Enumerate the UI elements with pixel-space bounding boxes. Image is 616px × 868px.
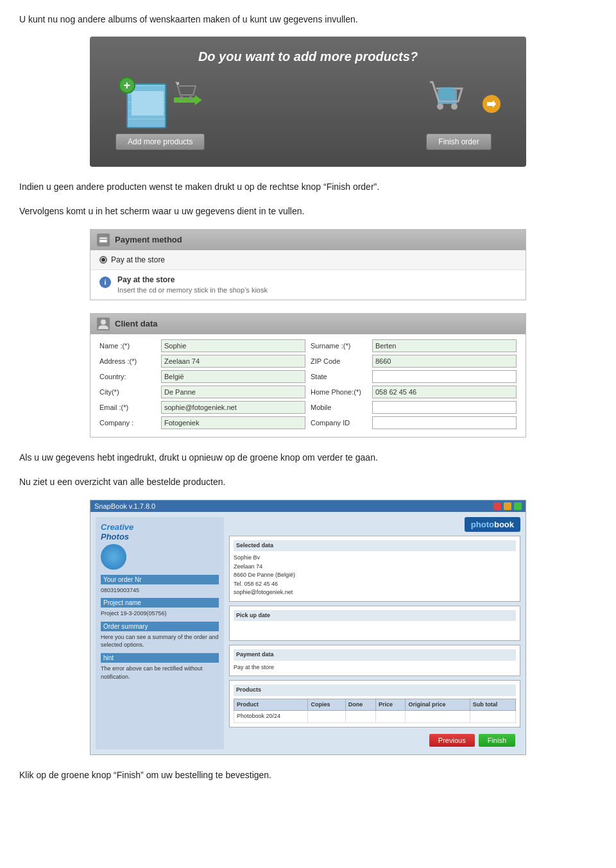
company-id-input[interactable] [372, 416, 517, 429]
selected-field-3: Tel. 058 62 45 46 [234, 580, 516, 589]
finish-order-button[interactable]: Finish order [426, 133, 491, 150]
finish-button[interactable]: Finish [479, 734, 515, 747]
payment-data-text: Pay at the store [234, 663, 516, 672]
order-title-bar-text: SnapBook v.1.7.8.0 [94, 502, 155, 510]
para4: Nu ziet u een overzicht van alle besteld… [19, 475, 597, 489]
minimize-button[interactable] [504, 502, 511, 510]
pay-at-store-option[interactable]: Pay at the store [99, 255, 517, 264]
promo-banner: Do you want to add more products? + [90, 37, 526, 167]
para2: Vervolgens komt u in het scherm waar u u… [19, 204, 597, 218]
product-name-cell: Photobook 20/24 [234, 711, 308, 723]
state-input[interactable] [372, 370, 517, 383]
phone-field: Home Phone:(*) [311, 386, 517, 398]
intro-text: U kunt nu nog andere albums of wenskaart… [19, 13, 597, 26]
order-nr-value: 080319003745 [101, 586, 219, 595]
photobook-logo: photobook [465, 517, 520, 532]
surname-label: Surname :(*) [311, 342, 368, 350]
col-subtotal: Sub total [470, 699, 515, 711]
name-input[interactable] [161, 339, 305, 352]
order-bottom-buttons: Previous Finish [229, 731, 520, 749]
info-icon: i [99, 277, 111, 288]
pickup-value [234, 624, 516, 636]
product-done-cell [345, 711, 375, 723]
payment-method-header: Payment method [90, 230, 526, 250]
selected-data-title: Selected data [234, 540, 516, 552]
payment-header-icon [97, 234, 110, 246]
form-row-email: Email :(*) Mobile [99, 401, 517, 414]
name-label: Name :(*) [99, 342, 157, 350]
payment-detail-row: i Pay at the store Insert the cd or memo… [90, 270, 526, 300]
selected-field-4: sophie@fotogeniek.net [234, 588, 516, 597]
svg-point-3 [437, 103, 443, 110]
mobile-label: Mobile [311, 404, 368, 411]
selected-data-content: Sophie Bv Zeelaan 74 8660 De Panne (Belg… [234, 554, 516, 597]
add-more-products-item: + Add more products [116, 77, 205, 150]
previous-button[interactable]: Previous [429, 734, 475, 747]
products-title: Products [234, 685, 516, 696]
country-input[interactable] [161, 370, 305, 383]
phone-input[interactable] [372, 386, 517, 398]
add-more-products-button[interactable]: Add more products [116, 133, 205, 150]
client-form: Name :(*) Surname :(*) Address :(*) ZIP … [90, 334, 526, 437]
zip-field: ZIP Code [311, 355, 517, 368]
city-input[interactable] [161, 386, 305, 398]
svg-rect-2 [176, 82, 179, 85]
col-copies: Copies [308, 699, 345, 711]
pickup-data-box: Pick up date [229, 606, 520, 642]
client-header-icon [97, 318, 110, 330]
creative-photos-logo: Creative Photos [101, 522, 219, 570]
project-value: Project 19-3-2009(05756) [101, 609, 219, 618]
maximize-button[interactable] [514, 502, 522, 510]
zip-input[interactable] [372, 355, 517, 368]
payment-data-box: Payment data Pay at the store [229, 645, 520, 676]
city-field: City(*) [99, 386, 305, 398]
product-copies-cell [308, 711, 345, 723]
mobile-input[interactable] [372, 401, 517, 414]
svg-point-1 [189, 96, 193, 100]
plus-icon: + [119, 77, 135, 94]
form-row-name: Name :(*) Surname :(*) [99, 339, 517, 352]
selected-field-0: Sophie Bv [234, 554, 516, 563]
hint-text: The error above can be rectified without… [101, 665, 219, 681]
order-summary-text: Here you can see a summary of the order … [101, 633, 219, 649]
company-id-label: Company ID [311, 419, 368, 427]
cart-icon-left [169, 77, 201, 109]
order-nr-label: Your order Nr [101, 575, 219, 584]
promo-title: Do you want to add more products? [109, 49, 507, 64]
country-field: Country: [99, 370, 305, 383]
phone-label: Home Phone:(*) [311, 388, 368, 396]
order-summary-screenshot: SnapBook v.1.7.8.0 Creative Photos Your … [90, 500, 526, 755]
client-data-title: Client data [115, 319, 157, 328]
zip-label: ZIP Code [311, 357, 368, 365]
pay-at-store-label: Pay at the store [111, 255, 165, 264]
company-id-field: Company ID [311, 416, 517, 429]
col-price: Price [376, 699, 406, 711]
radio-button[interactable] [99, 256, 107, 264]
col-done: Done [345, 699, 375, 711]
svg-rect-8 [99, 239, 107, 240]
form-row-address: Address :(*) ZIP Code [99, 355, 517, 368]
address-input[interactable] [161, 355, 305, 368]
surname-input[interactable] [372, 339, 517, 352]
pickup-label: Pick up date [234, 610, 516, 622]
order-title-bar: SnapBook v.1.7.8.0 [90, 500, 526, 512]
svg-point-4 [451, 103, 458, 110]
email-input[interactable] [161, 401, 305, 414]
city-label: City(*) [99, 388, 157, 396]
table-row: Photobook 20/24 [234, 711, 516, 723]
order-right-panel: photobook Selected data Sophie Bv Zeelaa… [229, 517, 520, 749]
email-field: Email :(*) [99, 401, 305, 414]
order-nr-section: Your order Nr 080319003745 [101, 575, 219, 595]
form-row-city: City(*) Home Phone:(*) [99, 386, 517, 398]
company-input[interactable] [161, 416, 305, 429]
project-label: Project name [101, 598, 219, 608]
company-field: Company : [99, 416, 305, 429]
form-row-country: Country: State [99, 370, 517, 383]
product-price-cell [376, 711, 406, 723]
col-product: Product [234, 699, 308, 711]
hint-title: hint [101, 653, 219, 663]
finish-arrow-icon [483, 95, 501, 113]
state-field: State [311, 370, 517, 383]
close-button[interactable] [493, 502, 501, 510]
state-label: State [311, 373, 368, 380]
